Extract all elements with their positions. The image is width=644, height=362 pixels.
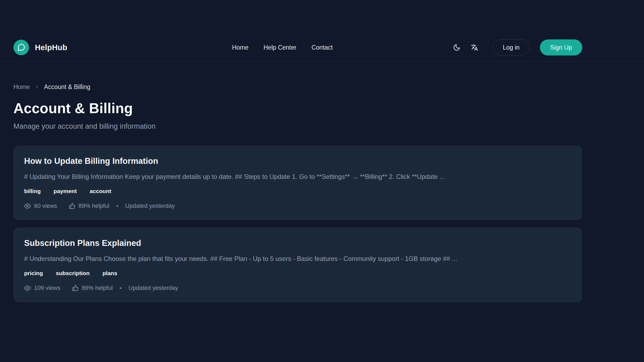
updated-label: Updated yesterday <box>125 202 175 209</box>
views-count: 60 views <box>34 202 57 209</box>
article-card-subscription-plans[interactable]: Subscription Plans Explained # Understan… <box>13 228 582 302</box>
login-button[interactable]: Log in <box>493 39 530 56</box>
helpful-percent: 86% helpful <box>82 285 113 291</box>
article-preview: # Updating Your Billing Information Keep… <box>24 173 572 180</box>
page-subtitle: Manage your account and billing informat… <box>13 122 582 131</box>
eye-icon <box>24 285 31 291</box>
dot-separator: • <box>116 285 125 291</box>
helpful-stat: 86% helpful <box>72 285 113 291</box>
nav-link-contact[interactable]: Contact <box>312 44 333 51</box>
breadcrumb: Home › Account & Billing <box>13 83 582 91</box>
tag: subscription <box>56 270 90 276</box>
tag: account <box>90 188 111 194</box>
chevron-right-icon: › <box>36 83 38 91</box>
signup-button[interactable]: Sign Up <box>540 39 582 56</box>
nav-link-help-center[interactable]: Help Center <box>264 44 297 51</box>
tag: payment <box>54 188 77 194</box>
tag: pricing <box>24 270 43 276</box>
article-list: How to Update Billing Information # Upda… <box>13 146 582 302</box>
article-card-billing-info[interactable]: How to Update Billing Information # Upda… <box>13 146 582 220</box>
chat-bubble-icon <box>13 40 29 55</box>
helpful-percent: 89% helpful <box>79 202 109 209</box>
page-title: Account & Billing <box>13 100 582 116</box>
tag: plans <box>103 270 117 276</box>
article-meta: 109 views 86% helpful • Updated yesterda… <box>24 285 572 291</box>
article-preview: # Understanding Our Plans Choose the pla… <box>24 255 572 263</box>
article-tags: pricing subscription plans <box>24 270 572 276</box>
theme-toggle-button[interactable] <box>453 44 460 51</box>
views-count: 109 views <box>34 285 60 291</box>
moon-icon <box>453 44 460 51</box>
brand-name: HelpHub <box>35 43 67 52</box>
dot-separator: • <box>113 203 122 209</box>
breadcrumb-current: Account & Billing <box>44 83 90 91</box>
updated-label: Updated yesterday <box>129 285 178 291</box>
translate-icon <box>471 44 478 51</box>
article-meta: 60 views 89% helpful • Updated yesterday <box>24 202 572 209</box>
thumbs-up-icon <box>72 285 79 291</box>
article-tags: billing payment account <box>24 188 572 194</box>
nav-link-home[interactable]: Home <box>232 44 248 51</box>
thumbs-up-icon <box>69 203 75 209</box>
article-title: Subscription Plans Explained <box>24 238 572 248</box>
main-nav: Home Help Center Contact <box>232 44 333 51</box>
eye-icon <box>24 203 31 209</box>
breadcrumb-home-link[interactable]: Home <box>13 83 30 91</box>
helpful-stat: 89% helpful <box>69 202 109 209</box>
top-navbar: HelpHub Home Help Center Contact <box>0 0 644 62</box>
main-content: Home › Account & Billing Account & Billi… <box>13 83 582 302</box>
article-title: How to Update Billing Information <box>24 156 572 166</box>
brand-logo[interactable]: HelpHub <box>13 40 67 55</box>
views-stat: 109 views <box>24 285 60 291</box>
tag: billing <box>24 188 41 194</box>
views-stat: 60 views <box>24 202 57 209</box>
language-switch-button[interactable] <box>471 44 478 51</box>
